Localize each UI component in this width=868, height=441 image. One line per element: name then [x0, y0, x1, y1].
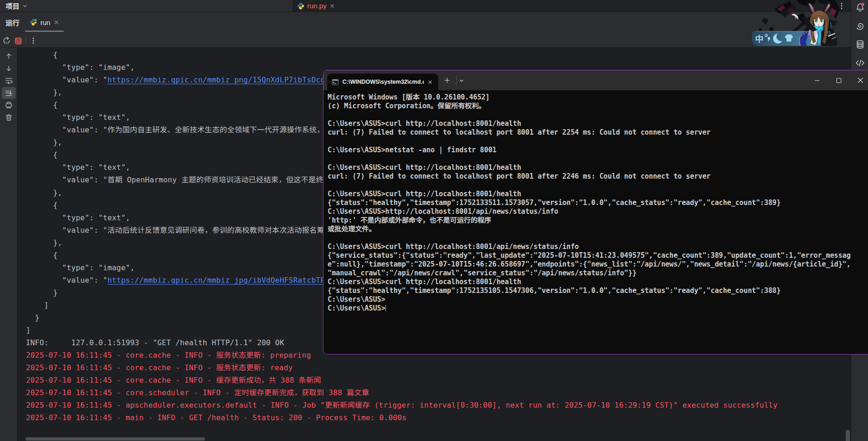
main-toolbar: 项目 run.py	[0, 0, 868, 12]
terminal-line: C:\Users\ASUS>	[328, 304, 850, 313]
terminal-line: {"status":"healthy","timestamp":17521335…	[328, 199, 850, 207]
terminal-line	[328, 234, 850, 242]
stop-button[interactable]	[15, 37, 22, 44]
terminal-line: curl: (7) Failed to connect to localhost…	[328, 128, 850, 137]
terminal-output[interactable]: Microsoft Windows [版本 10.0.26100.4652](c…	[324, 91, 868, 354]
terminal-line: 'http:' 不是内部或外部命令，也不是可运行的程序	[328, 216, 850, 225]
minimize-icon[interactable]	[814, 78, 820, 83]
ai-assistant-button[interactable]	[851, 18, 868, 34]
close-run-tab-icon[interactable]	[54, 19, 59, 25]
ime-anime-overlay: 中	[749, 0, 840, 69]
terminal-line: e":null},"timestamp":"2025-07-10T15:46:2…	[328, 260, 850, 269]
soft-wrap-button[interactable]	[0, 75, 18, 87]
terminal-tab-separator	[456, 76, 457, 87]
terminal-line: C:\Users\ASUS>curl http://localhost:8001…	[328, 163, 850, 172]
terminal-line: C:\Users\ASUS>	[328, 295, 850, 304]
maximize-button[interactable]	[828, 70, 849, 90]
toolwindow-title: 运行	[6, 12, 19, 32]
stop-icon[interactable]	[15, 37, 22, 44]
close-window-icon[interactable]	[857, 77, 863, 83]
chevron-down-icon	[22, 3, 28, 9]
terminal-line: curl: (7) Failed to connect to localhost…	[328, 172, 850, 181]
maximize-icon[interactable]	[836, 78, 842, 83]
terminal-line: {"service_status":{"status":"ready","las…	[328, 251, 850, 260]
notifications-bell-icon[interactable]	[855, 2, 865, 12]
toolbar-separator	[25, 36, 26, 45]
code-services-button[interactable]	[851, 55, 868, 71]
new-tab-button[interactable]	[444, 77, 450, 83]
tab-dropdown-chevron-icon[interactable]	[459, 78, 464, 83]
notifications-button[interactable]	[851, 0, 868, 15]
terminal-window: C:\WINDOWS\system32\cmd.exe Microsoft Wi…	[323, 70, 868, 354]
horizontal-scrollbar-thumb[interactable]	[25, 437, 205, 441]
minimize-button[interactable]	[806, 70, 828, 90]
terminal-cursor	[385, 305, 386, 311]
console-line: 2025-07-10 16:11:45 - apscheduler.execut…	[26, 399, 778, 411]
scroll-up-button[interactable]	[0, 50, 18, 62]
python-icon	[297, 2, 304, 10]
terminal-titlebar[interactable]: C:\WINDOWS\system32\cmd.exe	[323, 70, 868, 90]
main-toolbar-left: 项目	[0, 0, 292, 12]
close-button[interactable]	[849, 70, 868, 90]
rerun-icon[interactable]	[3, 37, 11, 45]
code-services-icon[interactable]	[855, 58, 865, 68]
console-line: {	[26, 49, 778, 61]
terminal-line: C:\Users\ASUS>netstat -ano | findstr 800…	[328, 146, 850, 155]
cmd-icon	[332, 79, 339, 86]
terminal-line: C:\Users\ASUS>curl http://localhost:8001…	[328, 278, 850, 286]
run-toolwindow-header: 运行 run	[0, 12, 868, 32]
run-tab-label: run	[40, 19, 50, 26]
run-toolbar	[0, 32, 868, 48]
terminal-line: C:\Users\ASUS>curl http://localhost:8001…	[328, 190, 850, 199]
database-button[interactable]	[851, 37, 868, 52]
close-editor-tab-icon[interactable]	[329, 3, 335, 9]
vertical-scrollbar-thumb[interactable]	[846, 430, 850, 441]
close-tab-icon[interactable]	[428, 80, 433, 85]
terminal-tab[interactable]: C:\WINDOWS\system32\cmd.exe	[327, 74, 438, 90]
terminal-line	[328, 181, 850, 190]
scroll-to-end-button[interactable]	[2, 87, 16, 99]
editor-tab-label: run.py	[307, 2, 327, 10]
terminal-line	[328, 111, 850, 119]
project-widget[interactable]: 项目	[6, 0, 28, 12]
run-tab[interactable]: run	[25, 12, 64, 32]
run-more-button[interactable]	[30, 37, 37, 44]
ai-assistant-icon[interactable]	[855, 21, 865, 31]
console-line: 2025-07-10 16:11:45 - core.cache - INFO …	[26, 374, 778, 386]
scroll-down-button[interactable]	[0, 62, 18, 75]
terminal-line: 或批处理文件。	[328, 225, 850, 234]
terminal-line: C:\Users\ASUS>curl http://localhost:8001…	[328, 119, 850, 128]
terminal-line: "manual_crawl":"/api/news/crawl","servic…	[328, 269, 850, 278]
terminal-line: {"status":"healthy","timestamp":17521351…	[328, 286, 850, 295]
terminal-line	[328, 137, 850, 146]
editor-tab-runpy[interactable]: run.py	[295, 0, 337, 12]
new-tab-plus-icon[interactable]	[444, 77, 450, 83]
console-line: 2025-07-10 16:11:45 - main - INFO - GET …	[26, 411, 778, 424]
rerun-button[interactable]	[3, 37, 11, 45]
active-tab-underline	[25, 31, 64, 32]
database-icon[interactable]	[855, 39, 865, 50]
terminal-line: C:\Users\ASUS>curl http://localhost:8001…	[328, 242, 850, 251]
console-line: 2025-07-10 16:11:45 - core.cache - INFO …	[26, 361, 778, 374]
ime-chinese-mode[interactable]: 中	[755, 32, 764, 44]
terminal-line: C:\Users\ASUS>http://localhost:8001/api/…	[328, 207, 850, 216]
console-line: 2025-07-10 16:11:45 - core.scheduler - I…	[26, 386, 778, 399]
terminal-tab-title: C:\WINDOWS\system32\cmd.exe	[342, 79, 424, 85]
console-gutter	[0, 48, 18, 441]
python-icon	[30, 19, 37, 26]
terminal-line: Microsoft Windows [版本 10.0.26100.4652]	[328, 93, 850, 102]
terminal-line: (c) Microsoft Corporation。保留所有权利。	[328, 102, 850, 111]
project-widget-label: 项目	[6, 1, 19, 11]
pycharm-window: 项目 run.py 运行 run { "type": "image", "val…	[0, 0, 868, 441]
terminal-line	[328, 155, 850, 163]
clear-console-button[interactable]	[0, 112, 18, 124]
tab-dropdown-button[interactable]	[459, 78, 464, 83]
run-more-vertical-icon[interactable]	[30, 37, 37, 44]
print-button[interactable]	[0, 99, 18, 111]
